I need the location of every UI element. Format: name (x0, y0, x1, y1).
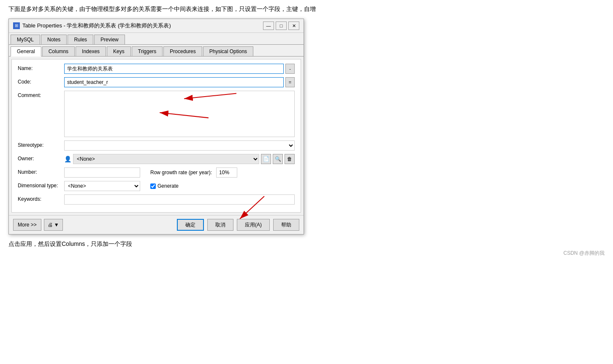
dialog-title-text: Table Properties - 学生和教师的关系表 (学生和教师的关系表) (22, 22, 171, 30)
table-icon: ⊞ (13, 22, 20, 29)
owner-select[interactable]: <None> (73, 154, 259, 164)
tab-notes[interactable]: Notes (41, 35, 67, 44)
tab-physical-options[interactable]: Physical Options (203, 46, 253, 56)
dim-type-wrapper: <None> Generate (64, 181, 295, 191)
owner-row: Owner: 👤 <None> 📄 🔍 🗑 (18, 154, 295, 164)
dialog-titlebar: ⊞ Table Properties - 学生和教师的关系表 (学生和教师的关系… (9, 19, 304, 33)
name-label: Name: (18, 64, 64, 71)
keywords-label: Keywords: (18, 194, 64, 202)
print-button[interactable]: 🖨 ▼ (44, 219, 63, 231)
keywords-row: Keywords: (18, 194, 295, 205)
confirm-button[interactable]: 确定 (177, 219, 204, 231)
code-btn[interactable]: = (285, 77, 295, 87)
tab-preview[interactable]: Preview (94, 35, 125, 44)
dim-type-select[interactable]: <None> (64, 181, 140, 191)
comment-textarea[interactable] (64, 91, 295, 137)
keywords-input-wrapper (64, 194, 295, 205)
comment-row: Comment: (18, 91, 295, 137)
stereotype-label: Stereotype: (18, 140, 64, 148)
tab-keys[interactable]: Keys (107, 46, 131, 56)
page-header-text: 下面是多对多关系的关键，由于物理模型多对多的关系需要一个中间表来连接，如下图，只… (8, 4, 605, 13)
dialog-footer: More >> 🖨 ▼ 确定 取消 应用(A) 帮助 (9, 215, 304, 234)
number-input[interactable] (64, 167, 140, 178)
owner-browse-btn[interactable]: 🔍 (273, 154, 283, 164)
code-input[interactable] (64, 77, 284, 87)
maximize-button[interactable]: □ (276, 22, 287, 30)
dialog-title: ⊞ Table Properties - 学生和教师的关系表 (学生和教师的关系… (13, 22, 171, 30)
owner-new-btn[interactable]: 📄 (261, 154, 271, 164)
page-footer-text: 点击应用，然后设置Columns，只添加一个字段 (8, 240, 605, 248)
table-properties-dialog: ⊞ Table Properties - 学生和教师的关系表 (学生和教师的关系… (8, 19, 304, 235)
keywords-input[interactable] (64, 194, 295, 205)
owner-clear-btn[interactable]: 🗑 (285, 154, 295, 164)
tab-columns[interactable]: Columns (42, 46, 75, 56)
comment-label: Comment: (18, 91, 64, 98)
generate-checkbox[interactable] (150, 183, 156, 189)
generate-label-text: Generate (157, 183, 179, 189)
stereotype-input-wrapper (64, 140, 295, 151)
code-label: Code: (18, 77, 64, 85)
code-input-wrapper: = (64, 77, 295, 87)
name-input-wrapper: - (64, 64, 295, 74)
name-row: Name: - (18, 64, 295, 74)
number-label: Number: (18, 167, 64, 175)
help-button[interactable]: 帮助 (273, 219, 299, 231)
growth-rate-input[interactable] (216, 167, 237, 178)
owner-label: Owner: (18, 154, 64, 162)
tab-indexes[interactable]: Indexes (76, 46, 106, 56)
number-input-wrapper: Row growth rate (per year): (64, 167, 295, 178)
tab-mysql[interactable]: MySQL (11, 35, 40, 44)
tab-triggers[interactable]: Triggers (132, 46, 163, 56)
person-icon: 👤 (64, 156, 71, 162)
tab-general[interactable]: General (11, 46, 41, 57)
dim-type-row: Dimensional type: <None> Generate (18, 181, 295, 191)
growth-rate-label: Row growth rate (per year): (150, 170, 212, 175)
owner-input-wrapper: 👤 <None> 📄 🔍 🗑 (64, 154, 295, 164)
form-content-area: Name: - Code: = Comment: (11, 59, 301, 213)
cancel-button[interactable]: 取消 (207, 219, 233, 231)
tab-rules[interactable]: Rules (68, 35, 93, 44)
tab-procedures[interactable]: Procedures (163, 46, 202, 56)
more-button[interactable]: More >> (13, 219, 41, 231)
print-icon: 🖨 (48, 222, 53, 228)
dim-type-label: Dimensional type: (18, 181, 64, 189)
csdn-watermark: CSDN @赤脚的我 (8, 250, 605, 257)
close-button[interactable]: ✕ (288, 22, 299, 30)
top-tab-row: MySQL Notes Rules Preview (9, 33, 304, 45)
stereotype-select[interactable] (64, 140, 295, 151)
name-btn[interactable]: - (285, 64, 295, 74)
name-input[interactable] (64, 64, 284, 74)
print-dropdown-icon: ▼ (54, 222, 59, 228)
apply-button[interactable]: 应用(A) (237, 219, 270, 231)
footer-left: More >> 🖨 ▼ (13, 219, 63, 231)
number-row: Number: Row growth rate (per year): (18, 167, 295, 178)
stereotype-row: Stereotype: (18, 140, 295, 151)
code-row: Code: = (18, 77, 295, 87)
dialog-controls: — □ ✕ (263, 22, 299, 30)
bottom-tab-row: General Columns Indexes Keys Triggers Pr… (9, 45, 304, 57)
minimize-button[interactable]: — (263, 22, 274, 30)
generate-checkbox-label[interactable]: Generate (150, 183, 179, 189)
comment-input-wrapper (64, 91, 295, 137)
